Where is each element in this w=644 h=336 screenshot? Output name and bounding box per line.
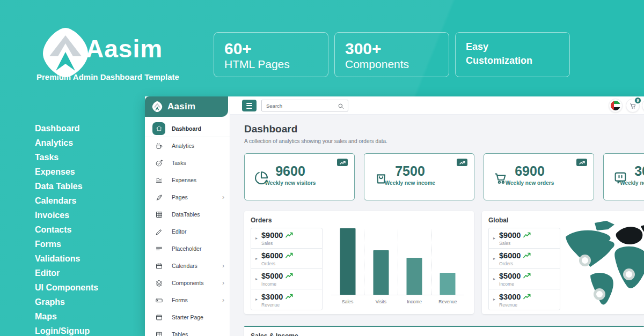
x-axis-label: Revenue bbox=[431, 299, 464, 304]
promo-menu-calendars[interactable]: Calendars bbox=[35, 193, 98, 208]
promo-menu-data-tables[interactable]: Data Tables bbox=[35, 179, 98, 193]
bar-sales[interactable] bbox=[340, 228, 355, 295]
page-title: Dashboard bbox=[244, 123, 644, 135]
metric-row-income[interactable]: ▸ $5000 Income bbox=[489, 269, 560, 289]
promo-menu-ui-components[interactable]: UI Components bbox=[35, 280, 98, 295]
feature-count: 300+ bbox=[345, 40, 438, 57]
cart-button[interactable]: 9 bbox=[626, 99, 640, 113]
metric-label: Sales bbox=[261, 241, 294, 246]
metric-row-orders[interactable]: ▸ $6000 Orders bbox=[489, 249, 560, 269]
sidebar-item-datatables[interactable]: DataTables bbox=[145, 206, 230, 223]
sidebar-item-analytics[interactable]: Analytics bbox=[145, 137, 230, 154]
metric-row-income[interactable]: ▸ $5000 Income bbox=[251, 269, 322, 289]
stat-value: 3000 bbox=[619, 163, 644, 178]
promo-menu-analytics[interactable]: Analytics bbox=[35, 136, 98, 150]
chevron-right-icon: › bbox=[222, 280, 224, 286]
brand-name: Aasim bbox=[86, 34, 163, 63]
caret-right-icon: ▸ bbox=[493, 236, 495, 241]
stat-card-visitors[interactable]: 9600 Weekly new visitors bbox=[244, 153, 355, 200]
world-map[interactable] bbox=[562, 220, 644, 311]
stat-card-income[interactable]: 7500 Weekly new income bbox=[364, 153, 474, 200]
metric-row-sales[interactable]: ▸ $9000 Sales bbox=[489, 228, 560, 249]
map-marker-north-america[interactable] bbox=[581, 256, 590, 265]
metric-row-revenue[interactable]: ▸ $3000 Revenue bbox=[251, 289, 322, 310]
stat-cards: 9600 Weekly new visitors 7500 Weekly new… bbox=[244, 153, 644, 200]
app-sidebar-brand[interactable]: Aasim bbox=[145, 96, 228, 117]
sidebar-item-pages[interactable]: Pages › bbox=[145, 189, 230, 206]
promo-menu-maps[interactable]: Maps bbox=[35, 309, 98, 324]
promo-menu-login-signup[interactable]: Login/Signup bbox=[35, 324, 98, 336]
aasim-logo-mini bbox=[151, 101, 163, 113]
metric-row-revenue[interactable]: ▸ $3000 Revenue bbox=[489, 289, 560, 310]
metric-row-sales[interactable]: ▸ $9000 Sales bbox=[251, 228, 322, 249]
metric-label: Sales bbox=[499, 241, 532, 246]
search-icon[interactable] bbox=[338, 102, 345, 109]
x-axis-label: Visits bbox=[364, 299, 397, 304]
sidebar-item-placeholder[interactable]: Placeholder bbox=[145, 240, 230, 257]
chevron-right-icon: › bbox=[222, 194, 224, 200]
bar-income[interactable] bbox=[407, 258, 422, 295]
panels-row: Orders ▸ $9000 Sales ▸ bbox=[244, 211, 644, 314]
grid-icon bbox=[152, 208, 165, 221]
metric-row-orders[interactable]: ▸ $6000 Orders bbox=[251, 249, 322, 269]
bar-visits[interactable] bbox=[373, 250, 389, 295]
caret-right-icon: ▸ bbox=[255, 257, 258, 261]
menu-toggle-button[interactable] bbox=[242, 100, 257, 111]
promo-menu-contacts[interactable]: Contacts bbox=[35, 222, 98, 237]
x-axis-label: Income bbox=[398, 299, 431, 304]
feature-label: HTML Pages bbox=[224, 57, 318, 71]
orders-panel: Orders ▸ $9000 Sales ▸ bbox=[244, 211, 474, 314]
input-icon bbox=[152, 294, 165, 307]
trend-badge bbox=[337, 159, 348, 166]
cart-badge: 9 bbox=[634, 97, 641, 104]
stat-label: Weekly new orders bbox=[499, 180, 560, 186]
x-axis-label: Sales bbox=[331, 299, 364, 304]
trend-up-icon bbox=[523, 230, 532, 240]
metric-value: $6000 bbox=[261, 251, 283, 260]
sidebar-item-starter-page[interactable]: Starter Page bbox=[145, 309, 230, 326]
promo-menu-tasks[interactable]: Tasks bbox=[35, 150, 98, 165]
app-main: 9 Dashboard A collection of analytics sh… bbox=[230, 96, 644, 336]
feature-count: 60+ bbox=[224, 40, 318, 57]
map-marker-south-america[interactable] bbox=[595, 290, 604, 299]
home-icon bbox=[152, 122, 165, 135]
sidebar-item-expenses[interactable]: Expenses bbox=[145, 171, 230, 189]
promo-menu-expenses[interactable]: Expenses bbox=[35, 165, 98, 179]
app-content: Dashboard A collection of analytics show… bbox=[230, 115, 644, 336]
bar-revenue[interactable] bbox=[440, 273, 456, 295]
brand-tagline: Premium Admin Dashboard Template bbox=[36, 72, 179, 81]
caret-right-icon: ▸ bbox=[493, 277, 495, 281]
sidebar-item-components[interactable]: Components › bbox=[145, 274, 230, 292]
sidebar-item-tasks[interactable]: Tasks bbox=[145, 154, 230, 171]
metric-label: Orders bbox=[261, 261, 294, 266]
sidebar-item-calendars[interactable]: Calendars › bbox=[145, 257, 230, 274]
bar-column-visits: Visits bbox=[364, 229, 397, 295]
promo-menu-invoices[interactable]: Invoices bbox=[35, 208, 98, 222]
metric-value: $9000 bbox=[261, 231, 283, 240]
trend-badge bbox=[457, 159, 467, 166]
waves-icon bbox=[152, 174, 165, 186]
promo-menu-forms[interactable]: Forms bbox=[35, 237, 98, 251]
sidebar-item-editor[interactable]: Editor bbox=[145, 223, 230, 240]
app-brand-name: Aasim bbox=[167, 101, 196, 112]
search-input[interactable] bbox=[262, 101, 348, 111]
user-button[interactable] bbox=[642, 99, 644, 113]
table-icon bbox=[152, 328, 165, 336]
stat-card-comments[interactable]: 3000 Weekly new comments bbox=[603, 153, 644, 200]
promo-menu-graphs[interactable]: Graphs bbox=[35, 295, 98, 309]
metric-value: $3000 bbox=[499, 293, 521, 301]
stat-card-orders[interactable]: 6900 Weekly new orders bbox=[484, 153, 594, 200]
promo-menu-dashboard[interactable]: Dashboard bbox=[35, 121, 98, 136]
trend-up-icon bbox=[523, 292, 532, 302]
trend-up-icon bbox=[286, 292, 294, 302]
trend-up-icon bbox=[286, 251, 294, 260]
promo-menu-validations[interactable]: Validations bbox=[35, 251, 98, 266]
search-box bbox=[261, 100, 348, 111]
language-flag-button[interactable] bbox=[609, 99, 623, 113]
sidebar-item-forms[interactable]: Forms › bbox=[145, 292, 230, 309]
sidebar-item-tables[interactable]: Tables bbox=[145, 326, 230, 336]
metric-label: Income bbox=[261, 281, 294, 287]
map-marker-africa[interactable] bbox=[625, 270, 634, 279]
promo-menu-editor[interactable]: Editor bbox=[35, 266, 98, 280]
sidebar-item-dashboard[interactable]: Dashboard bbox=[145, 120, 230, 137]
